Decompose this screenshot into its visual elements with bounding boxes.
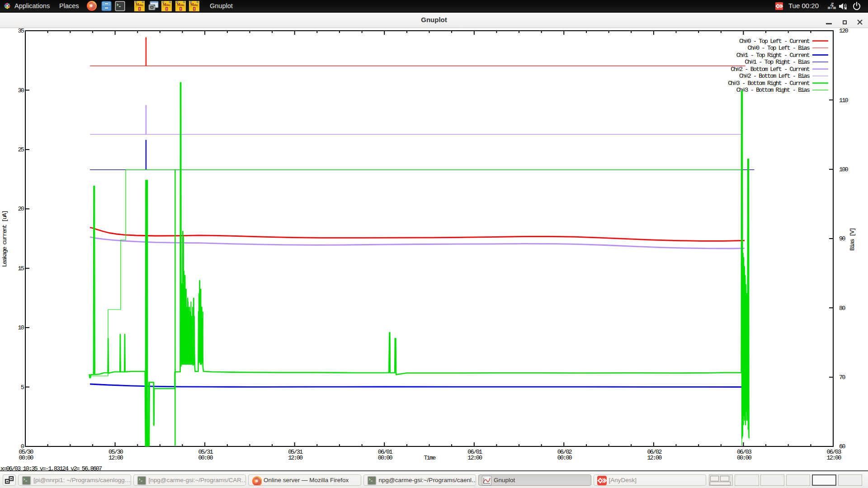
svg-text:Ch#1 - Top Right - Current: Ch#1 - Top Right - Current [736,52,810,59]
svg-text:Ch#3 - Bottom Right - Current: Ch#3 - Bottom Right - Current [728,80,810,87]
svg-text:80: 80 [839,305,845,312]
svg-text:Midas: Midas [177,3,184,7]
svg-text:00:00: 00:00 [19,455,33,461]
svg-text:Ch#2 - Bottom Left - Current: Ch#2 - Bottom Left - Current [731,66,809,73]
svg-text:Ch#0 - Top Left - Bias: Ch#0 - Top Left - Bias [748,45,810,52]
svg-text:Leakage current [uA]: Leakage current [uA] [1,211,8,267]
svg-text:Ch#3 - Bottom Right - Bias: Ch#3 - Bottom Right - Bias [736,87,810,94]
svg-text:00:00: 00:00 [198,455,213,461]
svg-text:?: ? [830,3,834,10]
svg-text:12:00: 12:00 [467,455,482,461]
svg-text:Ch#0 - Top Left - Current: Ch#0 - Top Left - Current [739,38,810,45]
svg-text:12:00: 12:00 [108,455,123,461]
svg-text:120: 120 [839,28,848,34]
svg-text:110: 110 [839,97,848,104]
svg-text:Ch#1 - Top Right - Bias: Ch#1 - Top Right - Bias [745,59,809,66]
svg-text:Midas: Midas [163,3,170,7]
svg-text:00:00: 00:00 [737,455,752,461]
svg-text:Time: Time [424,455,436,461]
svg-text:00:00: 00:00 [378,455,393,461]
svg-text:Midas: Midas [136,3,143,7]
svg-text:70: 70 [839,374,845,381]
svg-text:25: 25 [18,146,24,153]
svg-text:Midas: Midas [190,3,198,7]
svg-text:Bias [V]: Bias [V] [849,228,856,251]
svg-text:90: 90 [839,235,845,242]
svg-text:30: 30 [18,87,24,94]
svg-text:35: 35 [18,28,24,34]
svg-text:12:00: 12:00 [647,455,662,461]
svg-text:10: 10 [18,324,24,331]
svg-text:00:00: 00:00 [557,455,572,461]
svg-text:5: 5 [21,384,24,391]
svg-text:20: 20 [18,206,24,212]
svg-text:15: 15 [18,265,24,272]
svg-text:Ch#2 - Bottom Left - Bias: Ch#2 - Bottom Left - Bias [739,73,810,80]
svg-text:12:00: 12:00 [288,455,303,461]
svg-text:100: 100 [839,166,848,173]
svg-text:12:00: 12:00 [826,455,841,461]
